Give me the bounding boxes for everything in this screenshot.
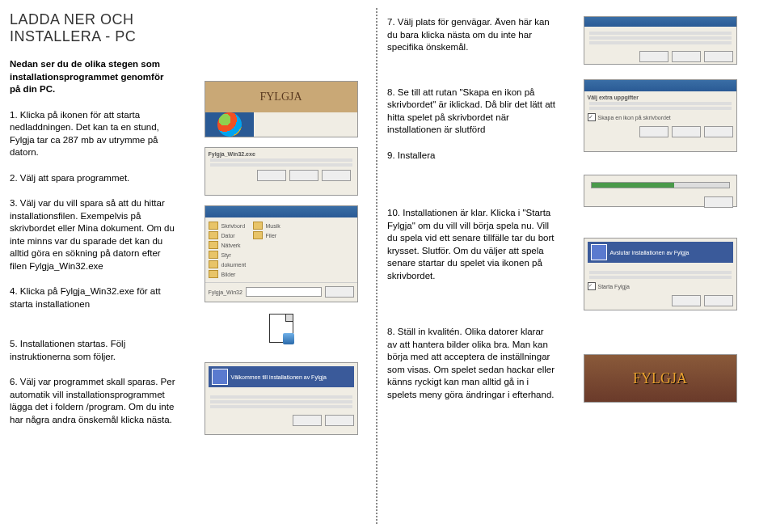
step-5: 5. Installationen startas. Följ instrukt… — [10, 338, 176, 363]
windows-icon — [217, 112, 242, 137]
step-4: 4. Klicka på Fylgja_Win32.exe för att st… — [10, 285, 176, 310]
dialog-button — [257, 170, 286, 181]
finish-title: Avslutar installationen av Fylgja — [610, 250, 690, 255]
step-11: 8. Ställ in kvalitén. Olika datorer klar… — [387, 326, 555, 401]
intro-text: Nedan ser du de olika stegen som install… — [10, 58, 176, 96]
installer-logo-icon — [212, 369, 228, 385]
step-7: 7. Välj plats för genvägar. Även här kan… — [387, 16, 555, 54]
step-2: 2. Välj att spara programmet. — [10, 172, 176, 185]
dialog-button — [322, 170, 351, 181]
screenshot-download-dialog: Fylgja_Win32.exe — [205, 147, 358, 196]
step-8: 8. Se till att rutan "Skapa en ikon på s… — [387, 87, 555, 137]
page-title: LADDA NER OCH INSTALLERA - PC — [10, 11, 176, 45]
step-1: 1. Klicka på ikonen för att starta nedla… — [10, 109, 176, 159]
step-6: 6. Välj var programmet skall sparas. Per… — [10, 376, 176, 426]
screenshot-shortcuts — [584, 16, 737, 65]
dialog-button — [325, 286, 354, 298]
installer-logo-icon — [591, 244, 607, 260]
step-9: 9. Installera — [387, 150, 555, 163]
screenshot-download-logo: FYLGJA — [205, 81, 358, 137]
screenshot-installer-welcome: Välkommen till installationen av Fylgja — [205, 362, 358, 435]
step-3: 3. Välj var du vill spara så att du hitt… — [10, 197, 176, 272]
screenshot-install-progress — [584, 175, 737, 207]
screenshot-game-quality: FYLGJA — [584, 354, 737, 403]
screenshot-installer-finish: Avslutar installationen av Fylgja ✓ Star… — [584, 238, 737, 310]
game-logo-text: FYLGJA — [633, 370, 687, 387]
screenshot-save-location: Skrivbord Dator Nätverk Styr dokument Bi… — [205, 205, 358, 302]
installer-title: Välkommen till installationen av Fylgja — [231, 374, 327, 380]
logo-text: FYLGJA — [259, 91, 302, 103]
exe-file-icon — [265, 312, 297, 344]
dialog-button — [289, 170, 318, 181]
screenshot-desktop-icon-option: Välj extra uppgifter ✓ Skapa en ikon på … — [584, 79, 737, 152]
step-10: 10. Installationen är klar. Klicka i "St… — [387, 207, 555, 282]
checkbox-label: Starta Fylgja — [598, 284, 630, 289]
download-filename: Fylgja_Win32.exe — [209, 151, 354, 157]
